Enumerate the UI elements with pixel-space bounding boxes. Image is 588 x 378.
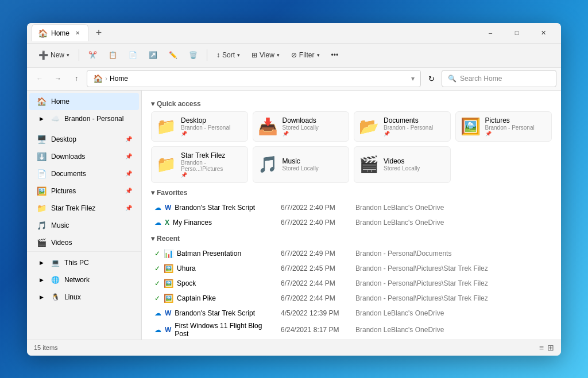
sidebar-item-startrek[interactable]: 📁 Star Trek Filez 📌 <box>29 200 139 217</box>
quick-item-desktop-name: Desktop <box>181 116 230 124</box>
close-button[interactable]: ✕ <box>530 23 556 44</box>
filter-icon: ⊘ <box>291 51 297 59</box>
sidebar-item-documents[interactable]: 📄 Documents 📌 <box>29 165 139 182</box>
quick-item-pictures[interactable]: 🖼️ Pictures Brandon - Personal 📌 <box>455 111 552 142</box>
table-row[interactable]: ☁ X My Finances 6/7/2022 2:40 PM Brandon… <box>151 215 552 230</box>
sidebar-group-pc: ▶ 💻 This PC ▶ 🌐 Network ▶ 🐧 Linux <box>27 251 141 308</box>
home-icon: 🏠 <box>36 97 47 106</box>
file-location: Brandon LeBlanc's OneDrive <box>352 306 552 321</box>
sidebar-item-downloads[interactable]: ⬇️ Downloads 📌 <box>29 148 139 165</box>
sidebar-documents-label: Documents <box>51 170 86 178</box>
file-date: 6/24/2021 8:17 PM <box>277 321 352 339</box>
up-button[interactable]: ↑ <box>68 71 84 87</box>
paste-button[interactable]: 📄 <box>124 46 142 64</box>
recent-list: ✓ 📊 Batman Presentation 6/7/2022 2:49 PM… <box>151 246 552 339</box>
quick-item-startrek[interactable]: 📁 Star Trek Filez Brandon - Perso...\Pic… <box>151 146 248 183</box>
quick-item-desktop[interactable]: 📁 Desktop Brandon - Personal 📌 <box>151 111 248 142</box>
folder-desktop-icon: 📁 <box>156 117 176 136</box>
grid-view-button[interactable]: ⊞ <box>547 343 554 352</box>
rename-button[interactable]: ✏️ <box>164 46 182 64</box>
table-row[interactable]: ✓ 📊 Batman Presentation 6/7/2022 2:49 PM… <box>151 246 552 261</box>
sidebar-item-linux[interactable]: ▶ 🐧 Linux <box>29 289 139 306</box>
paste-icon: 📄 <box>129 51 137 59</box>
quick-item-downloads[interactable]: 📥 Downloads Stored Locally 📌 <box>253 111 350 142</box>
table-row[interactable]: ✓ 🖼️ Captain Pike 6/7/2022 2:44 PM Brand… <box>151 291 552 306</box>
sidebar-item-network[interactable]: ▶ 🌐 Network <box>29 271 139 289</box>
delete-button[interactable]: 🗑️ <box>184 46 202 64</box>
path-dropdown-icon[interactable]: ▾ <box>411 75 415 83</box>
filter-button[interactable]: ⊘ Filter ▾ <box>287 46 324 64</box>
minimize-button[interactable]: – <box>477 23 504 44</box>
list-view-button[interactable]: ≡ <box>539 343 544 352</box>
more-icon: ••• <box>331 51 339 59</box>
recent-chevron-icon: ▾ <box>151 235 154 243</box>
sidebar-item-music[interactable]: 🎵 Music <box>29 217 139 234</box>
home-tab[interactable]: 🏠 Home ✕ <box>32 24 88 41</box>
tab-label: Home <box>51 29 69 37</box>
quick-item-music-sub: Stored Locally <box>283 165 319 172</box>
table-row[interactable]: ☁ W Brandon's Star Trek Script 4/5/2022 … <box>151 306 552 321</box>
quick-access-grid: 📁 Desktop Brandon - Personal 📌 📥 Downloa… <box>151 111 552 183</box>
share-button[interactable]: ↗️ <box>144 46 162 64</box>
file-name-cell: ✓ 🖼️ Spock <box>154 279 274 288</box>
back-button[interactable]: ← <box>32 71 48 87</box>
copy-button[interactable]: 📋 <box>104 46 122 64</box>
sidebar-item-pictures[interactable]: 🖼️ Pictures 📌 <box>29 182 139 200</box>
word-file-icon: W <box>165 204 171 212</box>
new-tab-button[interactable]: + <box>91 25 107 41</box>
content-area: ▾ Quick access 📁 Desktop Brandon - Perso… <box>142 91 561 340</box>
more-button[interactable]: ••• <box>327 46 343 64</box>
quick-item-startrek-text: Star Trek Filez Brandon - Perso...\Pictu… <box>181 151 243 178</box>
pictures-icon: 🖼️ <box>36 186 47 196</box>
word-file-icon: W <box>165 326 171 334</box>
favorites-label: Favorites <box>157 189 187 197</box>
pin-icon-dl: 📌 <box>125 153 132 159</box>
quick-item-desktop-text: Desktop Brandon - Personal 📌 <box>181 116 230 137</box>
folder-music-icon: 🎵 <box>258 155 278 174</box>
sidebar-item-brandon[interactable]: ▶ ☁️ Brandon - Personal <box>29 110 139 127</box>
search-box[interactable]: 🔍 Search Home <box>442 70 556 87</box>
quick-item-downloads-name: Downloads <box>283 116 319 124</box>
quick-item-pictures-name: Pictures <box>485 116 535 124</box>
table-row[interactable]: ✓ 🖼️ Uhura 6/7/2022 2:45 PM Brandon - Pe… <box>151 261 552 276</box>
refresh-button[interactable]: ↻ <box>423 71 439 87</box>
quick-item-music[interactable]: 🎵 Music Stored Locally <box>253 146 350 183</box>
maximize-button[interactable]: □ <box>504 23 530 44</box>
file-date: 6/7/2022 2:45 PM <box>277 261 352 276</box>
sidebar-item-desktop[interactable]: 🖥️ Desktop 📌 <box>29 131 139 148</box>
chevron-linux-icon: ▶ <box>36 294 47 300</box>
cut-icon: ✂️ <box>88 51 97 59</box>
tab-close-button[interactable]: ✕ <box>73 29 82 38</box>
address-path[interactable]: 🏠 › Home ▾ <box>87 70 421 87</box>
table-row[interactable]: ✓ 🖼️ Spock 6/7/2022 2:44 PM Brandon - Pe… <box>151 276 552 291</box>
sidebar-item-home[interactable]: 🏠 Home <box>29 93 139 110</box>
onedrive-status-icon: ☁ <box>154 204 161 212</box>
pptx-icon: 📊 <box>164 249 173 258</box>
new-button[interactable]: ➕ New ▾ <box>34 46 74 64</box>
cut-button[interactable]: ✂️ <box>84 46 102 64</box>
quick-item-documents[interactable]: 📂 Documents Brandon - Personal 📌 <box>354 111 451 142</box>
table-row[interactable]: ☁ W Brandon's Star Trek Script 6/7/2022 … <box>151 200 552 215</box>
forward-button[interactable]: → <box>50 71 66 87</box>
quick-item-downloads-sub: Stored Locally <box>283 124 319 131</box>
music-icon: 🎵 <box>36 221 47 230</box>
main-layout: 🏠 Home ▶ ☁️ Brandon - Personal 🖥️ Deskto… <box>27 91 561 340</box>
image-icon: 🖼️ <box>164 294 173 303</box>
quick-access-header: ▾ Quick access <box>151 100 552 108</box>
videos-icon: 🎬 <box>36 238 47 247</box>
quick-item-videos[interactable]: 🎬 Videos Stored Locally <box>354 146 451 183</box>
sidebar-item-videos[interactable]: 🎬 Videos <box>29 234 139 251</box>
window-controls: – □ ✕ <box>477 23 556 44</box>
sidebar-startrek-label: Star Trek Filez <box>51 204 95 212</box>
quick-item-desktop-sub: Brandon - Personal <box>181 124 230 131</box>
sort-button[interactable]: ↕ Sort ▾ <box>212 46 245 64</box>
quick-item-videos-text: Videos Stored Locally <box>384 157 420 172</box>
sidebar-item-thispc[interactable]: ▶ 💻 This PC <box>29 254 139 271</box>
toolbar: ➕ New ▾ ✂️ 📋 📄 ↗️ ✏️ 🗑️ ↕ Sort ▾ ⊞ View … <box>27 44 561 68</box>
search-icon: 🔍 <box>448 75 457 83</box>
synced-icon: ✓ <box>154 250 160 258</box>
file-date: 6/7/2022 2:44 PM <box>277 276 352 291</box>
view-button[interactable]: ⊞ View ▾ <box>247 46 284 64</box>
status-bar: 15 items ≡ ⊞ <box>27 340 561 356</box>
table-row[interactable]: ☁ W First Windows 11 Flight Blog Post 6/… <box>151 321 552 339</box>
